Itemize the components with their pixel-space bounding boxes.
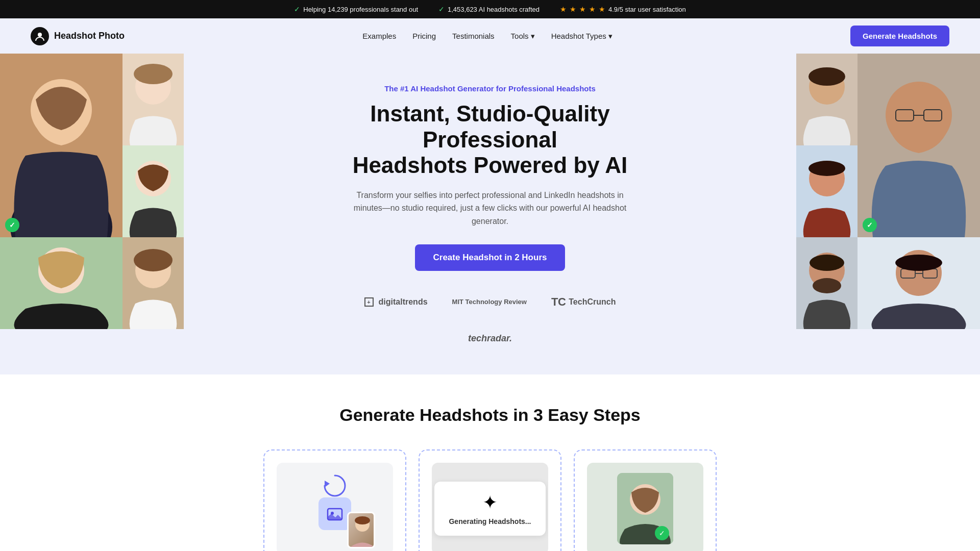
navbar: Headshot Photo Examples Pricing Testimon… [0, 18, 980, 54]
press-logo-mit: MIT Technology Review [452, 298, 527, 306]
step-inner-result: ✓ [587, 463, 703, 551]
press-mit-label: MIT Technology Review [452, 298, 527, 306]
nav-link-testimonials[interactable]: Testimonials [452, 32, 495, 40]
logo-icon [31, 27, 49, 45]
svg-point-13 [134, 249, 173, 271]
nav-cta-button[interactable]: Generate Headshots [850, 26, 949, 46]
steps-section: Generate Headshots in 3 Easy Steps [0, 374, 980, 551]
result-content: ✓ [617, 473, 673, 544]
nav-item-pricing[interactable]: Pricing [412, 32, 436, 41]
top-bar-item-rating: ★ ★ ★ ★ ★ 4.9/5 star user satisfaction [560, 5, 686, 13]
nav-links: Examples Pricing Testimonials Tools ▾ He… [362, 32, 612, 41]
svg-point-0 [38, 33, 42, 37]
top-bar: ✓ Helping 14,239 professionals stand out… [0, 0, 980, 18]
top-bar-item-professionals: ✓ Helping 14,239 professionals stand out [294, 5, 418, 13]
step-inner-upload [277, 463, 393, 551]
hero-photo-male-5 [857, 237, 980, 329]
nav-dropdown-tools[interactable]: Tools ▾ [511, 32, 535, 41]
top-bar-text-professionals: Helping 14,239 professionals stand out [303, 6, 418, 13]
result-check-badge: ✓ [655, 526, 669, 540]
press-techcrunch-full: TechCrunch [569, 297, 616, 307]
hero-photos-right: ✓ [796, 54, 980, 374]
svg-point-27 [813, 278, 841, 293]
hero-photo-female-4 [0, 237, 122, 329]
nav-link-headshot-types: Headshot Types [551, 32, 606, 40]
press-logo-digitaltrends: + digitaltrends [364, 297, 428, 307]
hero-title-line1: Instant, Studio-Quality Professional [370, 101, 609, 152]
hero-photo-male-3 [796, 145, 857, 237]
nav-link-pricing[interactable]: Pricing [412, 32, 436, 40]
nav-link-examples[interactable]: Examples [362, 32, 396, 40]
step-card-result: ✓ [574, 449, 717, 551]
press-techradar-label: techradar. [468, 333, 512, 344]
check-badge-female: ✓ [5, 218, 19, 232]
check-icon-headshots: ✓ [438, 5, 445, 13]
upload-illustration [277, 463, 393, 551]
press-logo-techradar: techradar. [468, 333, 512, 344]
hero-tagline: The #1 AI Headshot Generator for Profess… [342, 84, 638, 93]
upload-photo-preview [347, 512, 375, 548]
hero-title-line2: Headshots Powered by AI [353, 153, 628, 178]
hero-photo-male-1 [796, 54, 857, 145]
top-bar-text-rating: 4.9/5 star user satisfaction [608, 6, 686, 13]
top-bar-text-headshots: 1,453,623 AI headshots crafted [448, 6, 540, 13]
star-5: ★ [599, 5, 605, 13]
hero-photo-female-2 [122, 54, 184, 145]
hero-content: The #1 AI Headshot Generator for Profess… [332, 54, 648, 374]
hero-section: ✓ [0, 54, 980, 374]
steps-title: Generate Headshots in 3 Easy Steps [31, 405, 949, 425]
nav-item-examples[interactable]: Examples [362, 32, 396, 41]
svg-point-28 [810, 255, 844, 271]
hero-photo-male-4 [796, 237, 857, 329]
star-4: ★ [589, 5, 596, 13]
upload-arrow-icon [322, 473, 348, 498]
hero-photo-female-large: ✓ [0, 54, 122, 237]
press-techcrunch-label: TC [551, 295, 566, 309]
generating-card: ✦ Generating Headshots... [434, 482, 545, 536]
hero-photo-male-large: ✓ [857, 54, 980, 237]
svg-point-24 [808, 161, 845, 176]
hero-subtitle: Transform your selfies into perfect prof… [342, 189, 638, 228]
top-bar-item-headshots: ✓ 1,453,623 AI headshots crafted [438, 5, 540, 13]
hero-photo-female-5 [122, 237, 184, 329]
hero-photos-left: ✓ [0, 54, 184, 374]
generating-content: ✦ Generating Headshots... [434, 482, 545, 536]
generating-label: Generating Headshots... [449, 517, 531, 525]
star-1: ★ [560, 5, 567, 13]
nav-dropdown-headshot-types[interactable]: Headshot Types ▾ [551, 32, 612, 41]
hero-title: Instant, Studio-Quality Professional Hea… [342, 101, 638, 179]
nav-link-tools: Tools [511, 32, 529, 40]
logo-text: Headshot Photo [54, 31, 125, 41]
press-logo-techcrunch: TC TechCrunch [551, 295, 616, 309]
nav-item-testimonials[interactable]: Testimonials [452, 32, 495, 41]
step-card-upload [263, 449, 406, 551]
svg-marker-35 [325, 481, 330, 487]
hero-cta-button[interactable]: Create Headshot in 2 Hours [415, 244, 566, 271]
hero-photo-female-3 [122, 145, 184, 237]
star-3: ★ [579, 5, 586, 13]
svg-point-6 [134, 64, 173, 84]
step-inner-generating: ✦ Generating Headshots... [432, 463, 548, 551]
step-card-generating: ✦ Generating Headshots... [419, 449, 561, 551]
star-2: ★ [570, 5, 576, 13]
svg-point-16 [808, 67, 845, 86]
nav-item-headshot-types[interactable]: Headshot Types ▾ [551, 32, 612, 41]
sparkle-icon: ✦ [449, 492, 531, 513]
check-icon-professionals: ✓ [294, 5, 300, 13]
svg-point-34 [895, 255, 942, 271]
image-icon-bg [318, 497, 351, 530]
logo-link[interactable]: Headshot Photo [31, 27, 125, 45]
image-icon [326, 505, 344, 523]
press-digitaltrends-label: digitaltrends [379, 297, 428, 307]
press-logos: + digitaltrends MIT Technology Review TC… [342, 295, 638, 344]
steps-grid: ✦ Generating Headshots... [31, 449, 949, 551]
chevron-down-icon-tools: ▾ [531, 32, 535, 41]
nav-item-tools[interactable]: Tools ▾ [511, 32, 535, 41]
svg-point-39 [355, 516, 370, 524]
chevron-down-icon-types: ▾ [608, 32, 612, 41]
check-badge-male: ✓ [863, 218, 877, 232]
